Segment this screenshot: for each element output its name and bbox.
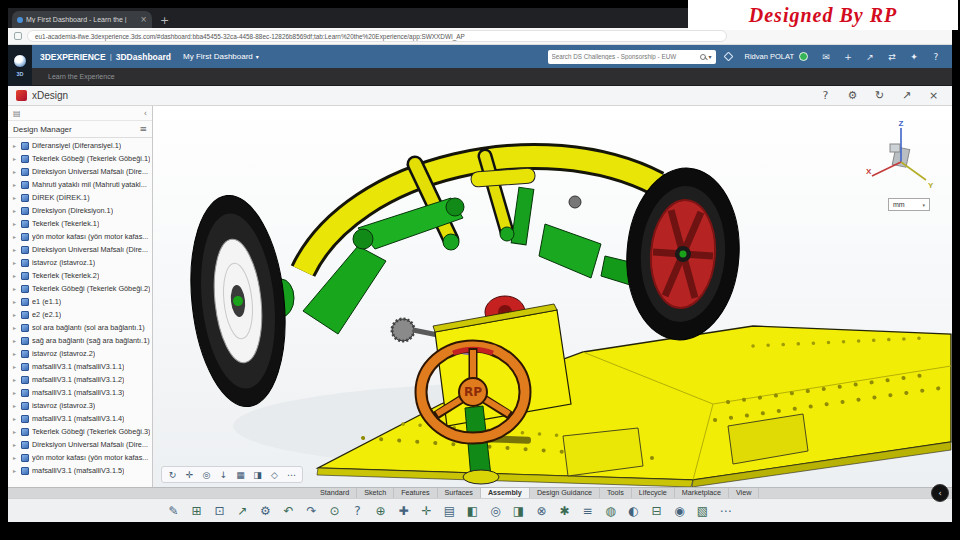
design-icon[interactable]: ✎ [163,501,184,521]
ribbon-tab[interactable]: Lifecycle [632,488,675,498]
expand-arrow-icon[interactable]: ▸ [11,350,18,357]
expand-arrow-icon[interactable]: ▸ [11,467,18,474]
right-wheel[interactable] [621,164,745,343]
expand-arrow-icon[interactable]: ▸ [11,207,18,214]
tag-icon[interactable] [723,52,733,62]
mate-icon[interactable]: ⊕ [370,501,391,521]
expand-arrow-icon[interactable]: ▸ [11,285,18,292]
expand-arrow-icon[interactable]: ▸ [11,428,18,435]
expand-arrow-icon[interactable]: ▸ [11,181,18,188]
ribbon-tab[interactable]: Sketch [357,488,394,498]
section-icon[interactable]: ◨ [508,501,529,521]
interference-icon[interactable]: ⊗ [531,501,552,521]
mirror-icon[interactable]: ◧ [462,501,483,521]
ribbon-tab[interactable]: Surfaces [438,488,481,498]
expand-arrow-icon[interactable]: ▸ [11,298,18,305]
expand-arrow-icon[interactable]: ▸ [11,376,18,383]
expand-arrow-icon[interactable]: ▸ [11,272,18,279]
search-input[interactable] [552,53,697,60]
user-name[interactable]: Ridvan POLAT [745,52,794,61]
expand-arrow-icon[interactable]: ▸ [11,324,18,331]
tree-item[interactable]: ▸ e2 (e2.1) [8,308,152,321]
add-icon[interactable]: + [842,52,854,62]
ribbon-tab[interactable]: View [729,488,759,498]
left-wheel[interactable] [181,191,295,411]
ribbon-tab[interactable]: Design Guidance [530,488,600,498]
zoom-fit-icon[interactable]: ◎ [199,470,214,480]
3d-model-canvas[interactable]: RP [153,106,952,487]
expand-arrow-icon[interactable]: ▸ [11,142,18,149]
expand-arrow-icon[interactable]: ▸ [11,454,18,461]
dashboard-selector[interactable]: My First Dashboard ▾ [183,52,259,61]
orientation-triad[interactable]: Z X Y [860,118,940,204]
expand-arrow-icon[interactable]: ▸ [11,389,18,396]
ground-view-icon[interactable]: ↓ [216,470,231,480]
expand-arrow-icon[interactable]: ▸ [11,311,18,318]
help-icon[interactable]: ? [930,52,942,62]
expand-arrow-icon[interactable]: ▸ [11,233,18,240]
print-icon[interactable]: ⊟ [646,501,667,521]
help-icon[interactable]: ? [819,89,832,102]
section-view-icon[interactable]: ◨ [250,470,265,480]
ribbon-tab[interactable]: Features [394,488,437,498]
expand-arrow-icon[interactable]: ▸ [11,441,18,448]
share-icon[interactable]: ↗ [864,52,876,62]
ribbon-tab[interactable]: Standard [313,488,357,498]
tree-item[interactable]: ▸ istavroz (istavroz.1) [8,256,152,269]
browser-tab[interactable]: My First Dashboard - Learn the | × [12,11,152,28]
tree-item[interactable]: ▸ Tekerlek (Tekerlek.1) [8,217,152,230]
tree-item[interactable]: ▸ sol ara bağlantı (sol ara bağlantı.1) [8,321,152,334]
panel-filter-icon[interactable]: ▤ [13,109,21,118]
undo-icon[interactable]: ↶ [278,501,299,521]
display-mode-icon[interactable]: ◇ [267,470,282,480]
tree-item[interactable]: ▸ Tekerlek Göbeği (Tekerlek Göbeği.1) [8,152,152,165]
tree-item[interactable]: ▸ sağ ara bağlantı (sağ ara bağlantı.1) [8,334,152,347]
pattern-icon[interactable]: ▤ [439,501,460,521]
bom-icon[interactable]: ≡ [577,501,598,521]
tree-item[interactable]: ▸ Tekerlek (Tekerlek.2) [8,269,152,282]
ribbon-tab[interactable]: Assembly [481,488,530,498]
tree-item[interactable]: ▸ mafsalliV3.1 (mafsalliV3.1.5) [8,464,152,477]
search-box[interactable]: ▾ [548,50,716,64]
tab-close-icon[interactable]: × [140,16,147,24]
tree-item[interactable]: ▸ mafsalliV3.1 (mafsalliV3.1.2) [8,373,152,386]
tree-item[interactable]: ▸ mafsalliV3.1 (mafsalliV3.1.3) [8,386,152,399]
tree-item[interactable]: ▸ istavroz (istavroz.3) [8,399,152,412]
community-icon[interactable]: ⇄ [886,52,898,62]
expand-arrow-icon[interactable]: ▸ [11,259,18,266]
message-icon[interactable]: ✉ [820,52,832,62]
expand-arrow-icon[interactable]: ▸ [11,220,18,227]
views-icon[interactable]: ▧ [692,501,713,521]
tree-item[interactable]: ▸ mafsalliV3.1 (mafsalliV3.1.4) [8,412,152,425]
grid-icon[interactable]: ▦ [233,470,248,480]
close-icon[interactable]: × [927,89,940,102]
measure-icon[interactable]: ◎ [485,501,506,521]
tree-item[interactable]: ▸ Direksiyon (Direksiyon.1) [8,204,152,217]
3d-viewport[interactable]: RP Z X Y mm ▾ [153,106,952,487]
expand-arrow-icon[interactable]: ▸ [11,337,18,344]
new-tab-button[interactable]: + [160,15,169,26]
expand-arrow-icon[interactable]: ▸ [11,246,18,253]
save-icon[interactable]: ⊡ [209,501,230,521]
redo-icon[interactable]: ↷ [301,501,322,521]
expand-arrow-icon[interactable]: ▸ [11,402,18,409]
fastener-icon[interactable]: ✚ [393,501,414,521]
maximize-icon[interactable]: ↗ [900,89,913,102]
tree-item[interactable]: ▸ mafsalliV3.1 (mafsalliV3.1.1) [8,360,152,373]
settings-icon[interactable]: ⚙ [846,89,859,102]
units-dropdown[interactable]: mm ▾ [888,198,930,211]
collapse-panel-icon[interactable]: ‹ [144,109,147,118]
tree-item[interactable]: ▸ yön motor kafası (yön motor kafas... [8,230,152,243]
tree-item[interactable]: ▸ yön motor kafası (yön motor kafas... [8,451,152,464]
assistant-button[interactable]: ‹ [931,484,949,502]
explode-icon[interactable]: ✱ [554,501,575,521]
insert-component-icon[interactable]: ⊞ [186,501,207,521]
search-scope-caret-icon[interactable]: ▾ [709,53,712,60]
expand-arrow-icon[interactable]: ▸ [11,415,18,422]
tree-item[interactable]: ▸ Direksiyon Universal Mafsalı (Dire... [8,165,152,178]
help-icon[interactable]: ? [347,501,368,521]
tree-item[interactable]: ▸ istavroz (istavroz.2) [8,347,152,360]
apps-icon[interactable]: ✦ [908,52,920,62]
tree-item[interactable]: ▸ e1 (e1.1) [8,295,152,308]
ribbon-tab[interactable]: Marketplace [675,488,729,498]
